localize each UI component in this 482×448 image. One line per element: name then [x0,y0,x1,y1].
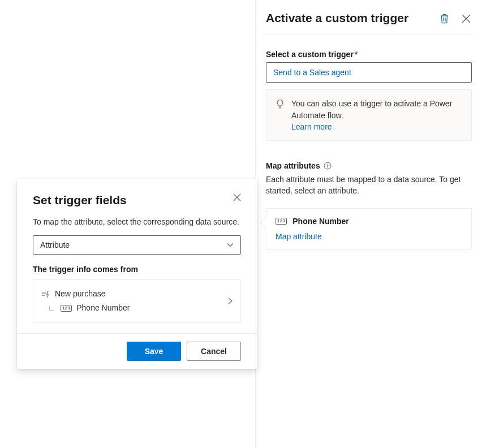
tree-root-row: New purchase [41,287,130,301]
save-button[interactable]: Save [127,342,181,361]
set-trigger-fields-modal: Set trigger fields To map the attribute,… [17,179,257,369]
modal-title: Set trigger fields [33,193,127,207]
activate-trigger-panel: Activate a custom trigger Select a custo… [255,0,482,448]
close-panel-button[interactable] [462,14,471,23]
attribute-card-pointer [260,217,272,229]
trigger-select[interactable]: Send to a Sales agent [266,62,472,83]
tree-elbow-icon: ∟ [48,301,56,315]
modal-footer: Save Cancel [17,333,257,369]
number-type-icon: 123 [276,218,287,225]
modal-desc: To map the attribute, select the corresp… [33,216,241,227]
source-label: The trigger info comes from [33,265,241,274]
map-attribute-link[interactable]: Map attribute [276,232,322,241]
map-attributes-desc: Each attribute must be mapped to a data … [266,174,472,197]
delete-button[interactable] [440,14,449,24]
learn-more-link[interactable]: Learn more [291,122,332,131]
trigger-field-section: Select a custom trigger* Send to a Sales… [266,50,472,141]
map-attributes-section: Map attributes Each attribute must be ma… [266,161,472,250]
trigger-field-label-text: Select a custom trigger [266,50,354,59]
attribute-dropdown-value: Attribute [40,240,70,249]
map-attributes-title: Map attributes [266,161,320,170]
lightbulb-icon [276,99,285,132]
modal-body: Set trigger fields To map the attribute,… [17,179,257,333]
tree-child-row: ∟ 123 Phone Number [41,301,130,315]
attribute-name-row: 123 Phone Number [276,217,462,226]
trash-icon [440,14,449,24]
attribute-dropdown[interactable]: Attribute [33,235,241,255]
info-icon[interactable] [324,162,332,170]
panel-header-actions [440,10,472,24]
svg-point-1 [327,164,328,165]
close-icon [462,14,471,23]
trigger-field-label: Select a custom trigger* [266,50,472,59]
source-card[interactable]: New purchase ∟ 123 Phone Number [33,279,241,322]
panel-title: Activate a custom trigger [266,10,408,25]
map-title-row: Map attributes [266,161,472,170]
close-modal-button[interactable] [233,193,241,201]
required-asterisk: * [355,50,358,59]
chevron-down-icon [227,243,234,247]
info-callout: You can also use a trigger to activate a… [266,89,472,141]
attribute-card[interactable]: 123 Phone Number Map attribute [266,208,472,250]
callout-content: You can also use a trigger to activate a… [291,98,462,132]
cancel-button[interactable]: Cancel [187,342,241,361]
number-type-icon: 123 [61,305,72,312]
panel-header: Activate a custom trigger [266,10,472,35]
attribute-name: Phone Number [292,217,349,226]
modal-header: Set trigger fields [33,193,241,207]
callout-text: You can also use a trigger to activate a… [291,99,452,119]
tree-child-label: Phone Number [76,301,130,315]
source-tree: New purchase ∟ 123 Phone Number [41,287,130,315]
trigger-icon [41,290,50,298]
chevron-right-icon [228,298,233,304]
close-icon [233,193,241,201]
tree-root-label: New purchase [55,287,106,301]
